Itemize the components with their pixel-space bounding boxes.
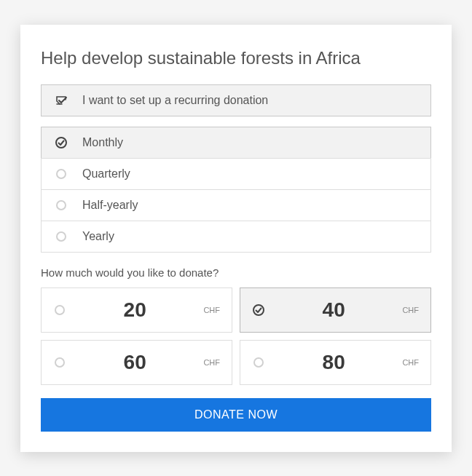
frequency-label: Half-yearly — [82, 199, 138, 212]
radio-empty-icon — [55, 230, 68, 243]
radio-checked-icon — [55, 136, 68, 149]
frequency-label: Monthly — [82, 136, 123, 149]
amount-option-60[interactable]: 60 CHF — [41, 340, 232, 385]
donation-form: Help develop sustainable forests in Afri… — [20, 25, 452, 452]
amount-question: How much would you like to donate? — [41, 266, 431, 279]
amount-currency: CHF — [203, 358, 220, 367]
amount-option-80[interactable]: 80 CHF — [240, 340, 431, 385]
donate-button[interactable]: DONATE NOW — [41, 398, 431, 432]
frequency-option-yearly[interactable]: Yearly — [41, 221, 431, 253]
checkbox-checked-icon — [55, 94, 68, 107]
svg-point-1 — [253, 305, 264, 315]
frequency-group: Monthly Quarterly Half-yearly Yearly — [41, 127, 431, 253]
svg-point-0 — [56, 138, 66, 148]
radio-empty-icon — [252, 356, 265, 369]
radio-empty-icon — [55, 167, 68, 181]
amount-option-40[interactable]: 40 CHF — [240, 287, 431, 333]
frequency-label: Quarterly — [82, 167, 130, 181]
recurring-checkbox-row[interactable]: I want to set up a recurring donation — [41, 84, 431, 116]
amount-grid: 20 CHF 40 CHF 60 CHF 80 CHF — [41, 287, 431, 385]
frequency-option-quarterly[interactable]: Quarterly — [41, 158, 431, 190]
recurring-label: I want to set up a recurring donation — [82, 94, 268, 107]
amount-currency: CHF — [402, 358, 419, 367]
frequency-option-monthly[interactable]: Monthly — [41, 127, 431, 159]
amount-value: 20 — [66, 298, 203, 322]
amount-option-20[interactable]: 20 CHF — [41, 287, 232, 333]
frequency-label: Yearly — [82, 230, 114, 243]
radio-empty-icon — [53, 356, 66, 369]
amount-currency: CHF — [402, 306, 419, 314]
radio-empty-icon — [55, 199, 68, 212]
radio-empty-icon — [53, 304, 66, 317]
frequency-option-half-yearly[interactable]: Half-yearly — [41, 189, 431, 221]
amount-value: 60 — [66, 351, 203, 374]
radio-checked-icon — [252, 304, 265, 317]
amount-value: 40 — [265, 298, 402, 322]
amount-value: 80 — [265, 351, 402, 374]
amount-currency: CHF — [203, 306, 220, 314]
page-title: Help develop sustainable forests in Afri… — [41, 48, 431, 68]
